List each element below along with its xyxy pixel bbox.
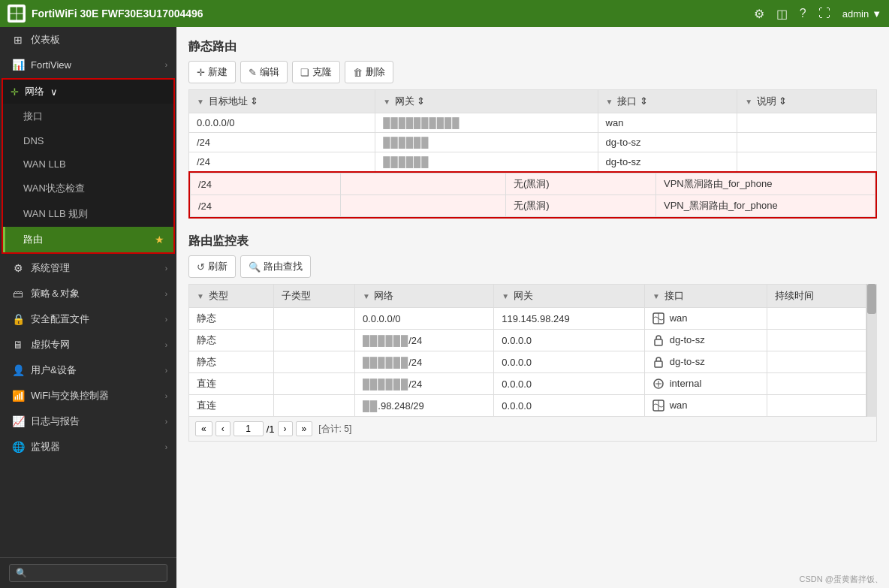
route-search-button[interactable]: 🔍 路由查找: [240, 255, 311, 278]
next-page-button[interactable]: ›: [278, 421, 293, 436]
plus-icon: ✛: [197, 67, 205, 78]
admin-menu[interactable]: admin ▼: [842, 8, 881, 20]
cell-dest: /24: [189, 152, 375, 172]
col-type: ▼ 类型: [189, 285, 274, 308]
sidebar-item-policy[interactable]: 🗃 策略＆对象 ›: [0, 281, 176, 306]
search-icon: 🔍: [249, 261, 261, 273]
table-row[interactable]: /24 ██████ dg-to-sz: [189, 133, 877, 152]
prev-page-button[interactable]: ‹: [215, 421, 231, 436]
sort-icon: ⇕: [417, 95, 425, 107]
filter-icon: ▼: [502, 292, 509, 300]
sidebar-item-fortiview[interactable]: 📊 FortiView ›: [0, 53, 176, 77]
table-row-highlighted[interactable]: /24 无(黑洞) VPN_黑洞路由_for_phone: [191, 195, 875, 217]
table-row[interactable]: 静态 ██████/24 0.0.0.0 dg-to-sz: [189, 330, 866, 351]
sidebar-item-interface[interactable]: 接口: [3, 104, 173, 129]
expand-icon: ›: [165, 315, 167, 324]
users-icon: 👤: [11, 364, 25, 376]
col-interface: ▼ 接口: [645, 285, 767, 308]
clone-icon: ❏: [300, 67, 309, 78]
help-icon[interactable]: ?: [800, 7, 806, 20]
sidebar-item-wan-llb-rules[interactable]: WAN LLB 规则: [3, 201, 173, 227]
sidebar-item-dashboard[interactable]: ⊞ 仪表板: [0, 27, 176, 53]
cell-dest: 0.0.0.0/0: [189, 113, 375, 133]
col-subtype: 子类型: [273, 285, 354, 308]
table-row-highlighted[interactable]: /24 无(黑洞) VPN黑洞路由_for_phone: [191, 173, 875, 195]
sidebar-item-wan-status[interactable]: WAN状态检查: [3, 176, 173, 201]
svg-rect-0: [11, 8, 16, 13]
wan-icon: [652, 400, 664, 412]
route-monitor-toolbar: ↺ 刷新 🔍 路由查找: [188, 255, 877, 278]
sidebar-item-dns[interactable]: DNS: [3, 129, 173, 152]
delete-button[interactable]: 🗑 删除: [345, 61, 393, 83]
static-routes-title: 静态路由: [188, 39, 877, 55]
route-monitor-table: ▼ 类型 子类型 ▼ 网络 ▼: [188, 284, 866, 417]
refresh-button[interactable]: ↺ 刷新: [188, 255, 236, 278]
cell-duration: [767, 308, 866, 330]
scrollbar[interactable]: [866, 284, 877, 417]
fullscreen-icon[interactable]: ⛶: [818, 7, 830, 20]
col-network: ▼ 网络: [354, 285, 493, 308]
last-page-button[interactable]: »: [296, 421, 313, 436]
table-row[interactable]: 静态 ██████/24 0.0.0.0 dg-to-sz: [189, 351, 866, 373]
refresh-icon: ↺: [197, 261, 205, 273]
table-row[interactable]: 0.0.0.0/0 ██████████ wan: [189, 113, 877, 133]
cell-type: 静态: [189, 308, 274, 330]
sidebar-item-security[interactable]: 🔒 安全配置文件 ›: [0, 306, 176, 332]
sidebar-item-vpn[interactable]: 🖥 虚拟专网 ›: [0, 332, 176, 357]
sidebar-item-system[interactable]: ⚙ 系统管理 ›: [0, 255, 176, 281]
total-pages: /1: [267, 424, 275, 435]
sort-icon: ⇕: [779, 95, 787, 107]
edit-button[interactable]: ✎ 编辑: [240, 61, 288, 83]
total-count: [合计: 5]: [318, 423, 351, 436]
table-row[interactable]: 直连 ██████/24 0.0.0.0 internal: [189, 373, 866, 395]
sidebar-item-wifi[interactable]: 📶 WiFi与交换控制器 ›: [0, 383, 176, 409]
svg-rect-7: [655, 361, 662, 367]
chevron-down-icon: ▼: [872, 8, 881, 20]
svg-rect-6: [655, 339, 662, 345]
page-input[interactable]: 1: [234, 421, 264, 436]
table-row[interactable]: 静态 0.0.0.0/0 119.145.98.249 wan: [189, 308, 866, 330]
static-routes-section: 静态路由 ✛ 新建 ✎ 编辑 ❏ 克隆 🗑 删除: [188, 39, 877, 219]
new-button[interactable]: ✛ 新建: [188, 61, 236, 83]
cell-type: 静态: [189, 330, 274, 351]
filter-icon: ▼: [197, 98, 204, 106]
monitor-icon: 🌐: [11, 441, 25, 453]
sidebar-item-network[interactable]: ✛ 网络 ∨: [3, 80, 173, 104]
filter-icon: ▼: [383, 98, 390, 106]
filter-icon: ▼: [363, 292, 370, 300]
expand-icon: ›: [165, 418, 167, 426]
cell-type: 直连: [189, 395, 274, 417]
sidebar-item-routing[interactable]: 路由 ★: [3, 227, 173, 252]
table-row[interactable]: 直连 ██.98.248/29 0.0.0.0 wan: [189, 395, 866, 417]
monitor-icon[interactable]: ◫: [776, 7, 788, 21]
cell-interface: dg-to-sz: [645, 351, 767, 373]
first-page-button[interactable]: «: [195, 421, 212, 436]
clone-button[interactable]: ❏ 克隆: [292, 61, 340, 83]
cell-gateway: ██████████: [375, 113, 598, 133]
cell-gateway: [341, 173, 506, 195]
cell-dest: /24: [191, 195, 341, 217]
cell-desc: [737, 133, 877, 152]
sidebar-item-monitor[interactable]: 🌐 监视器 ›: [0, 434, 176, 460]
scroll-thumb[interactable]: [867, 284, 876, 314]
sidebar-search-input[interactable]: [9, 564, 167, 582]
cell-subtype: [273, 330, 354, 351]
sidebar-item-users[interactable]: 👤 用户&设备 ›: [0, 357, 176, 383]
pagination: « ‹ 1 /1 › » [合计: 5]: [188, 417, 877, 442]
cell-subtype: [273, 395, 354, 417]
sidebar-item-log[interactable]: 📈 日志与报告 ›: [0, 409, 176, 434]
expand-icon: ›: [165, 366, 167, 375]
cell-gateway: ██████: [375, 133, 598, 152]
cell-network: 0.0.0.0/0: [354, 308, 493, 330]
sidebar-item-label: 网络: [25, 85, 44, 98]
network-icon: ✛: [11, 86, 19, 98]
cell-network: ██.98.248/29: [354, 395, 493, 417]
table-row[interactable]: /24 ██████ dg-to-sz: [189, 152, 877, 172]
wifi-icon: 📶: [11, 390, 25, 402]
lock-icon: [652, 334, 664, 346]
expand-icon: ›: [165, 443, 167, 451]
sidebar-item-wan-llb[interactable]: WAN LLB: [3, 152, 173, 176]
settings-icon[interactable]: ⚙: [754, 7, 764, 21]
cell-type: 直连: [189, 373, 274, 395]
cell-network: ██████/24: [354, 330, 493, 351]
